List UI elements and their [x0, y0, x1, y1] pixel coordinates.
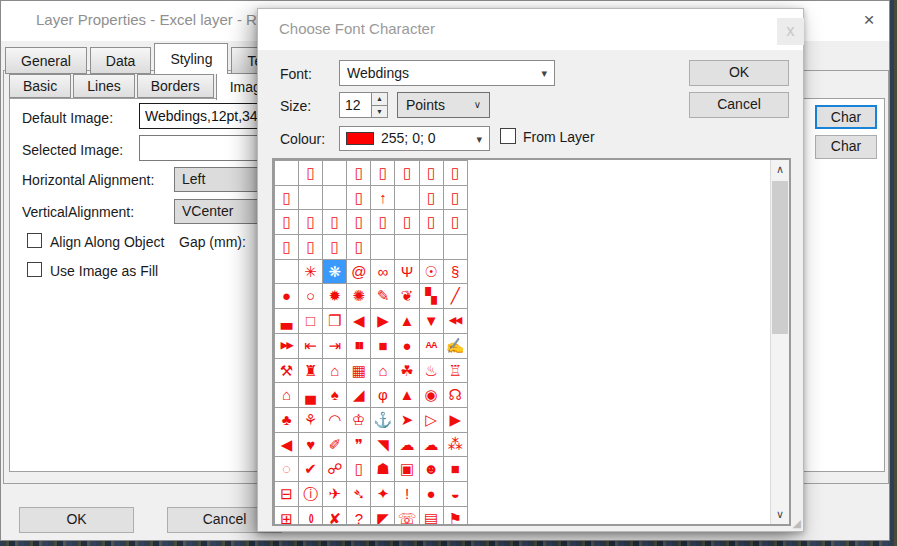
char-cell[interactable] — [275, 161, 299, 186]
char-cell[interactable]: ✎ — [371, 284, 395, 309]
char-cell[interactable]: ☉ — [420, 260, 444, 285]
char-cell[interactable] — [371, 235, 395, 260]
char-cell[interactable]: ● — [395, 334, 419, 359]
char-cell[interactable]: ▯ — [299, 210, 323, 235]
char-cell[interactable]: ■ — [371, 334, 395, 359]
subtab-basic[interactable]: Basic — [9, 74, 71, 98]
char-cell[interactable]: ! — [395, 482, 419, 507]
char-cell[interactable]: ▯ — [299, 161, 323, 186]
char-cell[interactable]: ▼ — [420, 309, 444, 334]
char-cell[interactable]: ▯ — [275, 210, 299, 235]
char-cell[interactable]: ● — [420, 482, 444, 507]
font-select[interactable]: Webdings ▾ — [339, 60, 555, 86]
subtab-borders[interactable]: Borders — [137, 74, 214, 98]
selected-image-char-button[interactable]: Char — [815, 135, 877, 159]
char-cell[interactable]: ▯ — [444, 161, 468, 186]
size-units-select[interactable]: Points ∨ — [397, 92, 490, 118]
char-cell[interactable] — [323, 161, 347, 186]
char-cell[interactable]: ▯ — [275, 186, 299, 211]
char-cell[interactable]: φ — [371, 383, 395, 408]
char-cell[interactable]: ▯ — [347, 235, 371, 260]
char-cell[interactable]: ╱ — [444, 284, 468, 309]
ok-button[interactable]: OK — [689, 60, 789, 86]
tab-general[interactable]: General — [5, 47, 87, 74]
char-cell[interactable]: AA — [420, 334, 444, 359]
char-cell[interactable]: ▦ — [347, 359, 371, 384]
char-cell[interactable]: ⁂ — [444, 433, 468, 458]
char-cell[interactable]: ◥ — [371, 433, 395, 458]
char-cell[interactable]: ▶ — [444, 408, 468, 433]
char-cell[interactable]: ◉ — [420, 383, 444, 408]
char-cell[interactable]: ▲ — [395, 309, 419, 334]
char-cell[interactable] — [395, 235, 419, 260]
char-cell[interactable]: ◀◀ — [444, 309, 468, 334]
char-cell[interactable]: ▯ — [420, 210, 444, 235]
char-cell[interactable] — [395, 186, 419, 211]
char-cell[interactable]: ✳ — [299, 260, 323, 285]
char-cell[interactable]: ▮▮ — [347, 334, 371, 359]
ok-button[interactable]: OK — [19, 507, 134, 533]
char-cell[interactable]: ▯ — [395, 161, 419, 186]
char-cell[interactable]: ✈ — [323, 482, 347, 507]
char-cell[interactable]: ☗ — [371, 457, 395, 482]
char-cell[interactable]: ♥ — [299, 433, 323, 458]
size-stepper[interactable]: 12 ▲ ▼ — [339, 92, 388, 118]
char-cell[interactable]: ◀ — [275, 433, 299, 458]
char-cell[interactable]: ✺ — [347, 284, 371, 309]
char-cell[interactable] — [299, 186, 323, 211]
char-cell[interactable]: ◤ — [371, 507, 395, 526]
char-cell[interactable]: ▤ — [420, 507, 444, 526]
char-cell[interactable]: ● — [275, 284, 299, 309]
char-cell[interactable]: ▯ — [420, 186, 444, 211]
choose-font-character-titlebar[interactable]: Choose Font Character x — [258, 9, 803, 50]
char-cell[interactable]: ▣ — [395, 457, 419, 482]
char-cell[interactable]: ▯ — [347, 186, 371, 211]
char-cell[interactable]: ○ — [299, 284, 323, 309]
char-cell[interactable]: ⌂ — [371, 359, 395, 384]
char-cell[interactable]: ❞ — [347, 433, 371, 458]
char-cell[interactable]: ▯ — [395, 210, 419, 235]
char-cell[interactable]: ✦ — [371, 482, 395, 507]
char-cell[interactable]: ♣ — [275, 408, 299, 433]
tab-data[interactable]: Data — [90, 47, 152, 74]
use-image-as-fill-checkbox[interactable] — [27, 262, 42, 277]
char-cell[interactable]: ♖ — [444, 359, 468, 384]
spin-down-icon[interactable]: ▼ — [372, 105, 387, 117]
char-cell[interactable]: ☘ — [395, 359, 419, 384]
char-cell[interactable]: ☁ — [420, 433, 444, 458]
char-cell[interactable]: ▯ — [371, 161, 395, 186]
char-cell[interactable]: ◌ — [275, 457, 299, 482]
char-cell[interactable] — [420, 235, 444, 260]
char-cell[interactable]: ▯ — [323, 235, 347, 260]
char-cell[interactable]: ◠ — [323, 408, 347, 433]
close-icon[interactable]: × — [857, 9, 881, 33]
char-cell[interactable]: ⚒ — [275, 359, 299, 384]
char-cell[interactable]: ⇤ — [299, 334, 323, 359]
from-layer-checkbox[interactable] — [500, 128, 516, 144]
char-cell[interactable]: @ — [347, 260, 371, 285]
char-cell[interactable]: ✔ — [299, 457, 323, 482]
char-cell[interactable]: ⌂ — [275, 383, 299, 408]
char-cell[interactable]: ∞ — [371, 260, 395, 285]
cancel-button[interactable]: Cancel — [689, 92, 789, 118]
char-cell[interactable]: () — [299, 507, 323, 526]
char-cell[interactable]: ⇥ — [323, 334, 347, 359]
char-cell[interactable]: ▄ — [299, 383, 323, 408]
char-cell[interactable]: ⊟ — [275, 482, 299, 507]
char-cell[interactable]: ⓘ — [299, 482, 323, 507]
char-cell[interactable]: ♠ — [323, 383, 347, 408]
char-cell[interactable]: ▷ — [420, 408, 444, 433]
colour-select[interactable]: 255; 0; 0 ▾ — [339, 126, 490, 151]
char-cell[interactable]: ➤ — [395, 408, 419, 433]
char-cell[interactable]: ✍ — [444, 334, 468, 359]
char-cell[interactable]: ✹ — [323, 284, 347, 309]
char-cell[interactable]: ▲ — [395, 383, 419, 408]
char-cell[interactable] — [275, 260, 299, 285]
char-cell[interactable]: ▚ — [420, 284, 444, 309]
align-along-object-checkbox[interactable] — [27, 233, 42, 248]
resize-grip[interactable]: ◢ — [789, 517, 801, 529]
char-cell[interactable]: ? — [347, 507, 371, 526]
char-cell[interactable]: ✐ — [323, 433, 347, 458]
char-cell[interactable]: ❦ — [395, 284, 419, 309]
char-cell[interactable] — [444, 235, 468, 260]
